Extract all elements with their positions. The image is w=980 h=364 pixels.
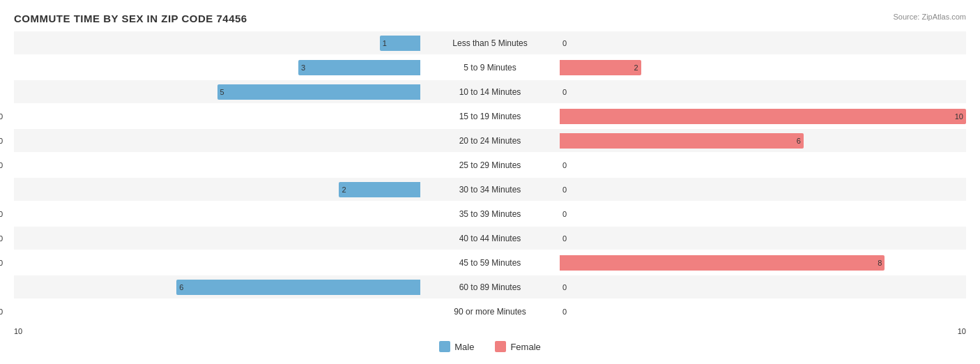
left-section: 3 bbox=[14, 56, 420, 79]
female-value: 2 bbox=[634, 63, 638, 72]
female-value: 0 bbox=[562, 88, 980, 96]
male-value: 1 bbox=[383, 39, 387, 47]
left-section: 0 bbox=[14, 129, 420, 152]
right-section: 0 bbox=[560, 31, 966, 54]
left-section: 0 bbox=[14, 153, 420, 176]
right-section: 0 bbox=[560, 80, 966, 103]
right-section: 0 bbox=[560, 202, 966, 225]
right-section: 0 bbox=[560, 178, 966, 201]
left-section: 0 bbox=[14, 227, 420, 250]
male-value: 2 bbox=[342, 185, 346, 194]
left-section: 0 bbox=[14, 105, 420, 128]
female-value: 0 bbox=[562, 185, 980, 194]
female-value: 0 bbox=[562, 161, 980, 169]
female-value: 0 bbox=[562, 210, 980, 218]
legend-male: Male bbox=[439, 341, 474, 352]
male-bar: 2 bbox=[339, 182, 420, 197]
left-section: 0 bbox=[14, 251, 420, 274]
female-bar: 10 bbox=[560, 109, 966, 124]
male-label: Male bbox=[454, 342, 474, 352]
female-value: 0 bbox=[562, 308, 980, 316]
row-label: 40 to 44 Minutes bbox=[420, 234, 560, 243]
male-bar: 6 bbox=[176, 280, 420, 295]
row-label: 90 or more Minutes bbox=[420, 307, 560, 317]
male-value: 0 bbox=[0, 234, 418, 243]
chart-title: COMMUTE TIME BY SEX IN ZIP CODE 74456 bbox=[14, 13, 966, 24]
row-label: 5 to 9 Minutes bbox=[420, 63, 560, 73]
bar-row: 0 25 to 29 Minutes 0 bbox=[14, 153, 966, 176]
bar-row: 0 40 to 44 Minutes 0 bbox=[14, 227, 966, 250]
row-label: 30 to 34 Minutes bbox=[420, 185, 560, 195]
axis-right: 10 bbox=[958, 327, 966, 335]
right-section: 0 bbox=[560, 153, 966, 176]
bar-row: 6 60 to 89 Minutes 0 bbox=[14, 275, 966, 298]
right-section: 6 bbox=[560, 129, 966, 152]
right-section: 8 bbox=[560, 251, 966, 274]
left-section: 6 bbox=[14, 275, 420, 298]
bar-row: 3 5 to 9 Minutes 2 bbox=[14, 56, 966, 79]
row-label: 35 to 39 Minutes bbox=[420, 209, 560, 219]
bar-row: 5 10 to 14 Minutes 0 bbox=[14, 80, 966, 103]
female-value: 0 bbox=[562, 283, 980, 291]
left-section: 5 bbox=[14, 80, 420, 103]
female-bar: 8 bbox=[560, 255, 885, 271]
axis-labels: 10 10 bbox=[14, 327, 966, 335]
legend-female: Female bbox=[495, 341, 540, 352]
chart-container: COMMUTE TIME BY SEX IN ZIP CODE 74456 So… bbox=[0, 0, 980, 364]
male-value: 3 bbox=[301, 63, 305, 72]
male-value: 0 bbox=[0, 259, 418, 267]
male-value: 0 bbox=[0, 308, 418, 316]
row-label: 15 to 19 Minutes bbox=[420, 112, 560, 121]
male-value: 6 bbox=[179, 283, 183, 291]
male-bar: 1 bbox=[380, 36, 420, 51]
bar-row: 0 15 to 19 Minutes 10 bbox=[14, 105, 966, 128]
right-section: 2 bbox=[560, 56, 966, 79]
left-section: 1 bbox=[14, 31, 420, 54]
bar-row: 0 20 to 24 Minutes 6 bbox=[14, 129, 966, 152]
row-label: 25 to 29 Minutes bbox=[420, 160, 560, 170]
male-value: 5 bbox=[220, 88, 224, 96]
female-bar: 6 bbox=[560, 133, 804, 149]
axis-left: 10 bbox=[14, 327, 22, 335]
female-swatch bbox=[495, 341, 506, 352]
male-bar: 5 bbox=[217, 84, 421, 100]
male-value: 0 bbox=[0, 210, 418, 218]
female-value: 8 bbox=[878, 259, 882, 267]
female-bar: 2 bbox=[560, 60, 641, 75]
legend: Male Female bbox=[14, 341, 966, 352]
row-label: 45 to 59 Minutes bbox=[420, 258, 560, 268]
row-label: 20 to 24 Minutes bbox=[420, 136, 560, 146]
female-value: 10 bbox=[955, 112, 963, 121]
bar-row: 0 45 to 59 Minutes 8 bbox=[14, 251, 966, 274]
right-section: 0 bbox=[560, 227, 966, 250]
male-bar: 3 bbox=[298, 60, 420, 75]
row-label: Less than 5 Minutes bbox=[420, 38, 560, 48]
bar-row: 0 35 to 39 Minutes 0 bbox=[14, 202, 966, 225]
bar-row: 1 Less than 5 Minutes 0 bbox=[14, 31, 966, 54]
female-value: 0 bbox=[562, 39, 980, 47]
bar-row: 2 30 to 34 Minutes 0 bbox=[14, 178, 966, 201]
bar-row: 0 90 or more Minutes 0 bbox=[14, 300, 966, 323]
left-section: 0 bbox=[14, 300, 420, 323]
source-label: Source: ZipAtlas.com bbox=[893, 13, 966, 21]
right-section: 0 bbox=[560, 275, 966, 298]
row-label: 60 to 89 Minutes bbox=[420, 282, 560, 292]
male-swatch bbox=[439, 341, 450, 352]
left-section: 2 bbox=[14, 178, 420, 201]
chart-area: 1 Less than 5 Minutes 0 3 5 to 9 Minu bbox=[14, 31, 966, 324]
female-value: 0 bbox=[562, 234, 980, 243]
male-value: 0 bbox=[0, 112, 418, 121]
left-section: 0 bbox=[14, 202, 420, 225]
right-section: 0 bbox=[560, 300, 966, 323]
female-value: 6 bbox=[797, 137, 801, 145]
female-label: Female bbox=[510, 342, 540, 352]
male-value: 0 bbox=[0, 137, 418, 145]
right-section: 10 bbox=[560, 105, 966, 128]
row-label: 10 to 14 Minutes bbox=[420, 87, 560, 97]
male-value: 0 bbox=[0, 161, 418, 169]
